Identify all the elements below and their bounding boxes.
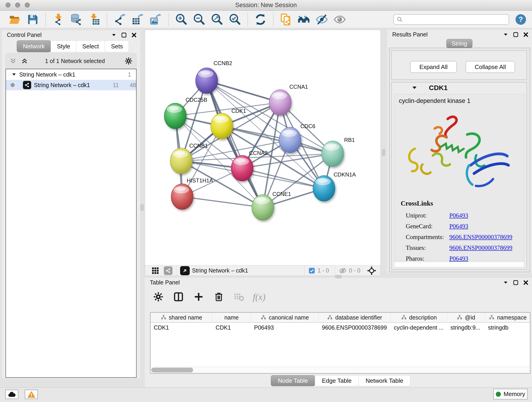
float-panel-icon[interactable] bbox=[121, 32, 127, 38]
table-cell[interactable]: P06493 bbox=[251, 323, 319, 332]
bottom-splitter-handle[interactable] bbox=[335, 275, 342, 278]
open-in-window-icon[interactable] bbox=[180, 266, 190, 275]
close-panel-icon[interactable] bbox=[131, 32, 137, 38]
columns-button[interactable] bbox=[172, 290, 185, 303]
column-header-database-identifier[interactable]: database identifier bbox=[319, 313, 391, 322]
zoom-selected-button[interactable] bbox=[227, 12, 242, 27]
crosslink-value-link[interactable]: P06493 bbox=[449, 212, 468, 219]
gear-button[interactable] bbox=[152, 290, 165, 303]
edge-CCNB2-CCNA1[interactable] bbox=[207, 81, 280, 102]
table-cell[interactable]: stringdb bbox=[485, 323, 530, 332]
fx-button[interactable]: f(x) bbox=[253, 290, 266, 303]
network-collection-row[interactable]: String Network – cdk1 1 bbox=[6, 69, 136, 80]
tab-string[interactable]: String bbox=[446, 39, 472, 48]
zoom-fit-button[interactable] bbox=[209, 12, 225, 27]
export-table-button[interactable] bbox=[130, 12, 145, 27]
control-panel: Control Panel NetworkStyleSelectSets 1 o… bbox=[2, 30, 140, 378]
pan-crosshair-icon[interactable] bbox=[367, 266, 376, 275]
tab-select[interactable]: Select bbox=[76, 40, 105, 52]
table-row[interactable]: CDK1CDK1P064939606.ENSP00000378699cyclin… bbox=[151, 323, 530, 332]
collapse-all-button[interactable]: Collapse All bbox=[466, 61, 515, 73]
selected-checkbox-icon[interactable] bbox=[308, 267, 315, 274]
duplicate-network-button[interactable] bbox=[279, 12, 294, 27]
table-cell[interactable]: CDK1 bbox=[212, 323, 251, 332]
birds-eye-view-icon[interactable] bbox=[152, 267, 159, 274]
panel-menu-icon[interactable] bbox=[111, 32, 117, 38]
help-button[interactable]: ? bbox=[515, 14, 526, 25]
column-header-shared-name[interactable]: shared name bbox=[151, 313, 212, 322]
column-header-namespace[interactable]: namespace bbox=[485, 313, 530, 322]
trash-button[interactable] bbox=[212, 290, 225, 303]
import-database-button[interactable] bbox=[69, 12, 84, 27]
search-box[interactable] bbox=[393, 14, 509, 25]
hide-panel-button[interactable] bbox=[314, 12, 329, 27]
crosslink-value-link[interactable]: P06493 bbox=[449, 223, 468, 230]
tree-expand-icon[interactable] bbox=[12, 73, 17, 76]
zoom-in-button[interactable] bbox=[174, 12, 189, 27]
search-input[interactable] bbox=[405, 16, 506, 23]
add-button[interactable] bbox=[192, 290, 205, 303]
network-canvas[interactable]: CCNB2 CCNA1 CDC25B CDK1 CDC6 bbox=[145, 30, 380, 265]
expand-all-button[interactable]: Expand All bbox=[410, 61, 457, 73]
export-image-button[interactable] bbox=[148, 12, 163, 27]
crosslink-value-link[interactable]: 9606.ENSP00000378699 bbox=[449, 244, 512, 251]
expand-all-icon[interactable] bbox=[20, 57, 29, 65]
node-CDKN1A[interactable]: CDKN1A bbox=[313, 172, 356, 201]
node-HIST1H1A[interactable]: HIST1H1A bbox=[171, 177, 213, 210]
edge-HIST1H1A-CCNE1[interactable] bbox=[182, 197, 263, 207]
column-header-description[interactable]: description bbox=[391, 313, 447, 322]
edge-CCNB2-CCNE1[interactable] bbox=[207, 81, 263, 207]
collapse-all-icon[interactable] bbox=[9, 57, 17, 65]
save-button[interactable] bbox=[25, 12, 40, 27]
cloud-button[interactable] bbox=[5, 390, 18, 399]
tab-node-table[interactable]: Node Table bbox=[271, 375, 315, 386]
tab-network-table[interactable]: Network Table bbox=[359, 375, 410, 386]
import-table-button[interactable] bbox=[87, 12, 102, 27]
column-header-canonical-name[interactable]: canonical name bbox=[251, 313, 319, 322]
network-type-icon[interactable] bbox=[164, 266, 172, 275]
node-CCNA1[interactable]: CCNA1 bbox=[269, 84, 308, 115]
float-panel-icon[interactable] bbox=[513, 280, 519, 286]
zoom-window-button[interactable] bbox=[25, 2, 30, 7]
import-network-button[interactable] bbox=[51, 12, 66, 27]
panel-menu-icon[interactable] bbox=[503, 32, 509, 38]
show-panel-button[interactable] bbox=[332, 12, 347, 27]
close-panel-icon[interactable] bbox=[523, 32, 529, 38]
node-CCNB1[interactable]: CCNB1 bbox=[170, 143, 208, 174]
memory-button[interactable]: Memory bbox=[493, 389, 528, 400]
panel-menu-icon[interactable] bbox=[503, 280, 509, 286]
tab-sets[interactable]: Sets bbox=[105, 40, 129, 52]
column-header-id[interactable]: @id bbox=[447, 313, 485, 322]
home-button[interactable] bbox=[297, 12, 312, 27]
minimize-window-button[interactable] bbox=[15, 2, 20, 7]
tab-style[interactable]: Style bbox=[51, 40, 76, 52]
node-RB1[interactable]: RB1 bbox=[322, 137, 355, 167]
crosslink-value-link[interactable]: 9606.ENSP00000378699 bbox=[449, 234, 512, 241]
network-row-selected[interactable]: String Network – cdk1 11 48 bbox=[6, 80, 136, 90]
column-header-name[interactable]: name bbox=[212, 313, 251, 322]
close-panel-icon[interactable] bbox=[523, 280, 529, 286]
hidden-eye-icon[interactable] bbox=[339, 267, 347, 274]
tab-network[interactable]: Network bbox=[17, 40, 51, 52]
left-splitter-handle[interactable] bbox=[140, 204, 144, 211]
horizontal-scrollbar[interactable] bbox=[151, 367, 530, 373]
scrollbar-thumb[interactable] bbox=[151, 368, 193, 372]
crosslink-value-link[interactable]: P06493 bbox=[449, 255, 468, 262]
close-window-button[interactable] bbox=[6, 2, 11, 7]
refresh-button[interactable] bbox=[253, 12, 268, 27]
warning-button[interactable] bbox=[25, 390, 38, 399]
zoom-out-button[interactable] bbox=[191, 12, 207, 27]
table-cell[interactable]: cyclin-dependent ... bbox=[391, 323, 447, 332]
open-button[interactable] bbox=[7, 12, 22, 27]
right-splitter-handle[interactable] bbox=[382, 149, 385, 156]
section-collapse-icon[interactable] bbox=[412, 86, 417, 89]
float-panel-icon[interactable] bbox=[513, 32, 519, 38]
gear-icon[interactable] bbox=[124, 57, 133, 65]
node-CCNB2[interactable]: CCNB2 bbox=[196, 60, 232, 94]
tab-edge-table[interactable]: Edge Table bbox=[315, 375, 359, 386]
table-cell[interactable]: CDK1 bbox=[151, 323, 212, 332]
table-cell[interactable]: 9606.ENSP00000378699 bbox=[319, 323, 391, 332]
table-cell[interactable]: stringdb:9... bbox=[447, 323, 485, 332]
export-network-button[interactable] bbox=[112, 12, 127, 27]
node-CDK1[interactable]: CDK1 bbox=[211, 108, 246, 139]
